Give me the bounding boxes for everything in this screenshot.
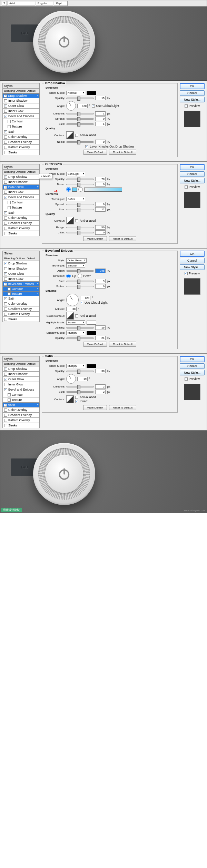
noise-slider[interactable]: [66, 184, 94, 185]
style-satin[interactable]: Satin: [2, 129, 40, 134]
distance-slider[interactable]: [66, 113, 94, 114]
blend-mode-select[interactable]: Normal: [66, 91, 85, 95]
style-outer-glow[interactable]: Outer Glow: [2, 185, 40, 190]
gloss-contour-picker[interactable]: [66, 312, 74, 320]
style-inner-glow[interactable]: Inner Glow: [2, 109, 40, 114]
style-pattern-overlay[interactable]: Pattern Overlay: [2, 145, 40, 150]
invert-checkbox[interactable]: [75, 400, 78, 403]
opacity-slider[interactable]: [66, 179, 94, 180]
altitude-input[interactable]: 30: [66, 307, 77, 311]
style-drop-shadow[interactable]: Drop Shadow: [2, 366, 40, 372]
style-stroke[interactable]: Stroke: [2, 231, 40, 236]
spread-slider[interactable]: [66, 118, 94, 120]
style-contour[interactable]: Contour: [2, 286, 40, 291]
color-swatch[interactable]: [87, 364, 96, 368]
jitter-input[interactable]: 0: [95, 230, 106, 235]
angle-input[interactable]: 19: [77, 377, 88, 381]
preview-checkbox[interactable]: [185, 377, 188, 381]
shadow-opacity-input[interactable]: 21: [95, 336, 106, 340]
aa-checkbox[interactable]: [75, 219, 78, 222]
style-pattern-overlay[interactable]: Pattern Overlay: [2, 226, 40, 231]
style-texture[interactable]: Texture: [2, 205, 40, 210]
reset-button[interactable]: Reset to Default: [109, 342, 136, 347]
contour-picker[interactable]: [66, 131, 74, 139]
color-swatch[interactable]: [87, 91, 96, 95]
style-texture[interactable]: Texture: [2, 291, 40, 296]
shadow-mode-select[interactable]: Multiply: [66, 331, 85, 335]
size-input[interactable]: 1: [95, 122, 106, 126]
tool-icon[interactable]: T: [2, 1, 7, 6]
style-outer-glow[interactable]: Outer Glow: [2, 377, 40, 382]
angle-input[interactable]: 120: [80, 296, 90, 300]
size-slider[interactable]: [66, 209, 94, 210]
style-drop-shadow[interactable]: Drop Shadow: [2, 93, 40, 98]
technique-select[interactable]: Smooth: [66, 263, 85, 268]
style-gradient-overlay[interactable]: Gradient Overlay: [2, 413, 40, 418]
style-inner-glow[interactable]: Inner Glow: [2, 382, 40, 387]
style-inner-shadow[interactable]: Inner Shadow: [2, 266, 40, 271]
preview-checkbox[interactable]: [185, 185, 188, 189]
cancel-button[interactable]: Cancel: [180, 363, 205, 369]
knockout-checkbox[interactable]: [85, 145, 88, 148]
preview-checkbox[interactable]: [185, 272, 188, 275]
new-style-button[interactable]: New Style...: [180, 370, 205, 375]
style-color-overlay[interactable]: Color Overlay: [2, 134, 40, 140]
font-weight-select[interactable]: Regular: [36, 1, 53, 6]
noise-input[interactable]: 0: [95, 182, 106, 186]
size-slider[interactable]: [66, 391, 94, 393]
blend-mode-select[interactable]: Soft Light: [66, 172, 85, 176]
size-slider[interactable]: [66, 123, 94, 125]
cancel-button[interactable]: Cancel: [180, 258, 205, 263]
checkbox[interactable]: [4, 151, 7, 154]
checkbox[interactable]: [4, 141, 7, 144]
style-gradient-overlay[interactable]: Gradient Overlay: [2, 221, 40, 226]
font-size-select[interactable]: 10 pt: [54, 1, 68, 6]
checkbox[interactable]: [4, 104, 7, 108]
gradient-swatch[interactable]: [84, 188, 122, 192]
reset-button[interactable]: Reset to Default: [109, 405, 136, 410]
style-bevel[interactable]: Bevel and Emboss: [2, 387, 40, 392]
contour-picker[interactable]: [66, 395, 74, 403]
ok-button[interactable]: OK: [180, 83, 205, 89]
highlight-opacity-input[interactable]: 15: [95, 325, 106, 330]
style-satin[interactable]: Satin: [2, 210, 40, 215]
new-style-button[interactable]: New Style...: [180, 178, 205, 183]
checkbox[interactable]: [4, 110, 7, 113]
dir-down-radio[interactable]: [78, 274, 82, 278]
contour-picker[interactable]: [66, 217, 74, 224]
highlight-mode-select[interactable]: Screen: [66, 320, 85, 325]
glow-color-swatch[interactable]: [72, 188, 77, 192]
distance-input[interactable]: 1: [95, 111, 106, 116]
color-radio[interactable]: [66, 187, 71, 192]
blend-mode-select[interactable]: Multiply: [66, 364, 85, 368]
opacity-input[interactable]: 15: [95, 96, 106, 100]
global-light-checkbox[interactable]: [80, 301, 83, 304]
style-outer-glow[interactable]: Outer Glow: [2, 103, 40, 109]
make-default-button[interactable]: Make Default: [83, 405, 107, 410]
new-style-button[interactable]: New Style...: [180, 264, 205, 270]
range-input[interactable]: 50: [95, 225, 106, 230]
technique-select[interactable]: Softer: [66, 197, 85, 201]
opacity-slider[interactable]: [66, 98, 94, 99]
style-inner-shadow[interactable]: Inner Shadow: [2, 98, 40, 103]
style-bevel[interactable]: Bevel and Emboss: [2, 282, 40, 286]
style-drop-shadow[interactable]: Drop Shadow: [2, 174, 40, 180]
spread-slider[interactable]: [66, 204, 94, 205]
checkbox[interactable]: [8, 125, 11, 128]
spread-input[interactable]: 0: [95, 202, 106, 206]
angle-widget[interactable]: [66, 374, 76, 384]
style-outer-glow[interactable]: Outer Glow: [2, 271, 40, 276]
size-input[interactable]: 12: [95, 207, 106, 212]
style-inner-glow[interactable]: Inner Glow: [2, 190, 40, 195]
style-stroke[interactable]: Stroke: [2, 317, 40, 322]
style-inner-shadow[interactable]: Inner Shadow: [2, 372, 40, 377]
checkbox[interactable]: [4, 94, 7, 98]
checkbox[interactable]: [4, 146, 7, 149]
reset-button[interactable]: Reset to Default: [109, 236, 136, 241]
checkbox[interactable]: [4, 115, 7, 118]
style-stroke[interactable]: Stroke: [2, 423, 40, 428]
style-gradient-overlay[interactable]: Gradient Overlay: [2, 140, 40, 145]
highlight-swatch[interactable]: [87, 321, 96, 325]
range-slider[interactable]: [66, 227, 94, 228]
soften-input[interactable]: 0: [95, 284, 106, 289]
